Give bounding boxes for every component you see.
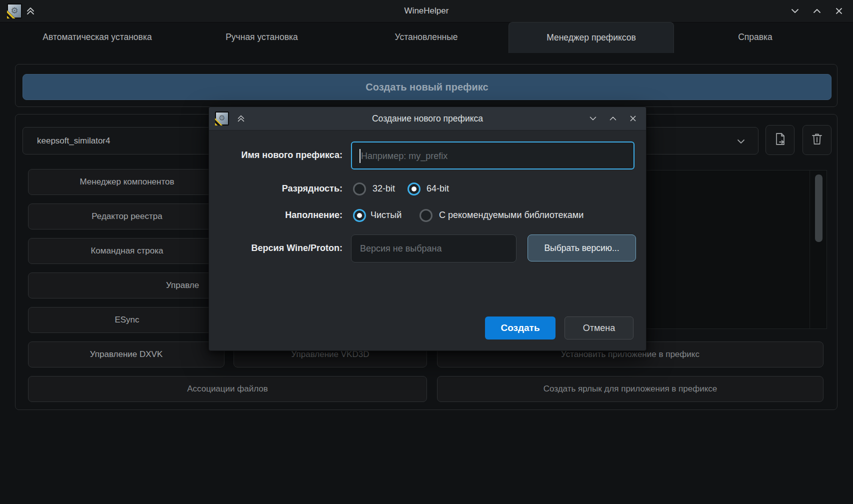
dialog-maximize-button[interactable] — [608, 114, 618, 126]
dialog-titlebar: ⚙ Создание нового префикса — [209, 107, 646, 130]
tab-help[interactable]: Справка — [673, 22, 838, 52]
fill-label: Наполнение: — [209, 210, 342, 220]
winehelper-window: ⚙ WineHelper Автоматическая установка Ру… — [0, 0, 853, 504]
document-arrow-icon — [772, 132, 788, 148]
component-manager-button[interactable]: Менеджер компонентов — [28, 169, 226, 195]
prefix-name-label: Имя нового префикса: — [209, 150, 342, 160]
prefix-name-input[interactable] — [360, 142, 622, 170]
tab-bar: Автоматическая установка Ручная установк… — [0, 22, 853, 52]
radio-clean[interactable] — [353, 209, 366, 222]
new-prefix-file-button[interactable] — [766, 125, 794, 155]
radio-recommended-label[interactable]: С рекомендуемыми библиотеками — [439, 210, 584, 220]
dialog-title: Создание нового префикса — [209, 107, 646, 130]
tab-auto-install[interactable]: Автоматическая установка — [15, 22, 180, 52]
tab-manual-install[interactable]: Ручная установка — [180, 22, 344, 52]
create-button[interactable]: Создать — [485, 316, 556, 340]
create-prefix-group: Создать новый префикс — [15, 64, 838, 107]
radio-clean-label[interactable]: Чистый — [370, 210, 402, 220]
radio-64bit[interactable] — [408, 182, 420, 196]
cancel-button[interactable]: Отмена — [564, 316, 634, 340]
delete-prefix-button[interactable] — [802, 125, 832, 155]
dialog-shade-button[interactable] — [588, 114, 598, 126]
wine-version-label: Версия Wine/Proton: — [209, 243, 342, 254]
window-titlebar: ⚙ WineHelper — [0, 0, 853, 22]
version-display-field: Версия не выбрана — [351, 234, 516, 262]
tab-installed[interactable]: Установленные — [344, 22, 508, 52]
bitness-label: Разрядность: — [209, 184, 342, 194]
scrollbar-thumb[interactable] — [815, 174, 822, 242]
radio-32bit-label[interactable]: 32-bit — [372, 184, 395, 194]
create-prefix-dialog: ⚙ Создание нового префикса Имя нового пр… — [208, 106, 646, 351]
tab-prefix-manager[interactable]: Менеджер префиксов — [508, 22, 674, 53]
prefix-combobox-value: keepsoft_similator4 — [37, 136, 110, 146]
create-new-prefix-button[interactable]: Создать новый префикс — [22, 74, 832, 100]
chevron-down-icon — [735, 136, 747, 150]
scrollbar-track — [810, 170, 810, 328]
hidden-wide-button-label: Управле — [166, 280, 199, 290]
registry-editor-button[interactable]: Редактор реестра — [28, 204, 226, 230]
shade-button[interactable] — [790, 6, 800, 16]
close-button[interactable] — [834, 6, 844, 16]
file-associations-button[interactable]: Ассоциации файлов — [28, 376, 427, 402]
maximize-button[interactable] — [812, 6, 822, 16]
trash-icon — [810, 132, 824, 148]
create-shortcut-button[interactable]: Создать ярлык для приложения в префиксе — [437, 376, 824, 402]
radio-32bit[interactable] — [353, 182, 366, 196]
radio-64bit-label[interactable]: 64-bit — [426, 184, 449, 194]
radio-recommended[interactable] — [420, 209, 432, 222]
dialog-close-button[interactable] — [628, 114, 638, 126]
esync-button[interactable]: ESync — [28, 307, 226, 333]
prefix-name-field — [351, 142, 634, 170]
command-line-button[interactable]: Командная строка — [28, 238, 226, 264]
dxvk-button[interactable]: Управление DXVK — [28, 342, 224, 368]
choose-version-button[interactable]: Выбрать версию... — [528, 234, 636, 262]
window-title: WineHelper — [0, 0, 853, 22]
